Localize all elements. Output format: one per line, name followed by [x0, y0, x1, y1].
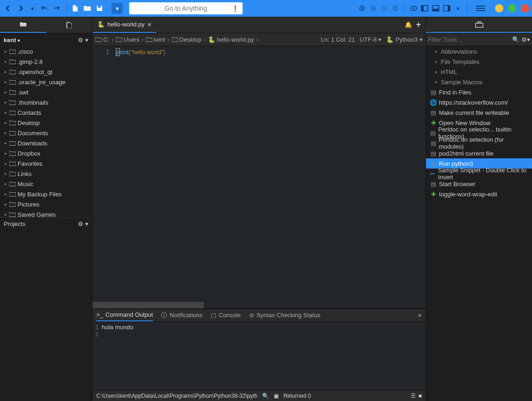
- recent-dropdown[interactable]: ▾: [27, 3, 38, 14]
- tool-group[interactable]: ▸Sample Macros: [426, 77, 532, 87]
- new-tab-button[interactable]: +: [416, 20, 421, 30]
- chevron-right-icon: ›: [142, 37, 144, 43]
- file-tree[interactable]: ▸.cisco▸.gimp-2.8▸.openshot_qt▸.oracle_j…: [0, 46, 92, 217]
- code-editor[interactable]: 1 print("hello world"): [93, 46, 426, 308]
- bottom-tab-syntax-checking-status[interactable]: ⊘Syntax Checking Status: [249, 309, 320, 321]
- close-window-button[interactable]: [521, 4, 529, 13]
- goto-anything-search[interactable]: ❗: [129, 2, 243, 14]
- toolbox-list[interactable]: ▸Abbreviations▸File Templates▸HTML▸Sampl…: [426, 46, 532, 401]
- doc-icon: ▤: [430, 140, 437, 147]
- stop-macro-button[interactable]: [368, 3, 378, 13]
- tool-item[interactable]: ▤Perldoc on selection (for modules): [426, 138, 532, 148]
- tree-folder[interactable]: ▸Documents: [0, 128, 92, 138]
- tool-item[interactable]: ▤Make current file writeable: [426, 107, 532, 118]
- breadcrumb-segment[interactable]: 🐍 hello-world.py: [208, 36, 254, 43]
- scissors-icon: ✂: [430, 170, 436, 177]
- record-macro-button[interactable]: [357, 3, 367, 13]
- tree-folder[interactable]: ▸.oracle_jre_usage: [0, 77, 92, 87]
- tree-folder[interactable]: ▸.openshot_qt: [0, 67, 92, 77]
- tree-folder[interactable]: ▸Downloads: [0, 138, 92, 148]
- new-file-button[interactable]: [70, 3, 81, 14]
- bottom-tab-command-output[interactable]: >_Command Output: [96, 309, 153, 321]
- alert-icon: ❗: [232, 5, 239, 12]
- projects-settings-button[interactable]: ⚙ ▾: [78, 220, 88, 227]
- maximize-window-button[interactable]: [508, 4, 516, 13]
- tree-folder[interactable]: ▸Favorites: [0, 158, 92, 169]
- focus-mode-button[interactable]: [408, 3, 419, 13]
- tool-item[interactable]: 🌐https://stackoverflow.com/: [426, 97, 532, 107]
- tree-folder[interactable]: ▸Links: [0, 169, 92, 179]
- close-bottom-panel-button[interactable]: ×: [418, 311, 422, 319]
- tool-group[interactable]: ▸HTML: [426, 67, 532, 77]
- tab-icon: >_: [96, 311, 103, 318]
- language-selector[interactable]: 🐍 Python3 ▾: [386, 36, 423, 43]
- play-macro-button[interactable]: [379, 3, 389, 13]
- toggle-right-pane-button[interactable]: [442, 3, 452, 13]
- doc-icon: ▤: [430, 150, 437, 157]
- puzzle-icon: ✚: [430, 119, 437, 126]
- editor-tab-hello-world[interactable]: 🐍 hello-world.py ×: [93, 17, 156, 33]
- tree-folder[interactable]: ▸Pictures: [0, 199, 92, 209]
- output-menu-icon[interactable]: ☰: [411, 393, 416, 399]
- tool-group[interactable]: ▸File Templates: [426, 56, 532, 67]
- toolbox-tab[interactable]: [426, 17, 532, 33]
- bottom-tab-notifications[interactable]: ⓘNotifications: [161, 309, 202, 321]
- files-tab[interactable]: [46, 17, 93, 33]
- doc-icon: ▤: [430, 89, 437, 96]
- toolbar-dropdown[interactable]: ▾: [112, 3, 123, 14]
- search-output-icon[interactable]: 🔍: [262, 393, 269, 399]
- tool-item[interactable]: ✚toggle-word-wrap-edit: [426, 189, 532, 199]
- terminal-icon[interactable]: ▣: [274, 393, 279, 399]
- pane-options-dropdown[interactable]: ▾: [453, 3, 463, 13]
- places-tab[interactable]: [0, 17, 46, 33]
- tree-folder[interactable]: ▸.gimp-2.8: [0, 56, 92, 67]
- breadcrumb[interactable]: C:› Users› kent› Desktop›🐍 hello-world.p…: [95, 36, 259, 43]
- save-button[interactable]: [94, 3, 105, 14]
- tree-folder[interactable]: ▸Music: [0, 179, 92, 189]
- search-icon[interactable]: 🔍: [512, 36, 519, 43]
- tree-folder[interactable]: ▸.thumbnails: [0, 97, 92, 107]
- toolbox-settings-button[interactable]: ⚙▾: [521, 36, 530, 43]
- code-content[interactable]: print("hello world"): [113, 46, 426, 308]
- main-menu-button[interactable]: [474, 3, 488, 14]
- projects-section-label[interactable]: Projects: [4, 220, 25, 227]
- toolbox-filter-input[interactable]: [428, 36, 512, 43]
- horizontal-scrollbar[interactable]: [93, 302, 204, 308]
- open-file-button[interactable]: [82, 3, 93, 14]
- breadcrumb-segment[interactable]: kent: [146, 36, 165, 43]
- folder-icon: [146, 37, 152, 42]
- save-macro-button[interactable]: [390, 3, 401, 13]
- breadcrumb-segment[interactable]: Desktop: [172, 36, 202, 43]
- back-button[interactable]: [3, 3, 14, 14]
- forward-button[interactable]: [15, 3, 26, 14]
- toggle-bottom-pane-button[interactable]: [431, 3, 441, 13]
- svg-rect-7: [394, 7, 396, 9]
- tree-folder[interactable]: ▸Desktop: [0, 118, 92, 128]
- tree-folder[interactable]: ▸Saved Games: [0, 209, 92, 217]
- breadcrumb-segment[interactable]: Users: [116, 36, 139, 43]
- command-output-body[interactable]: 12 hola mundo: [93, 322, 426, 390]
- tree-folder[interactable]: ▸Dropbox: [0, 148, 92, 158]
- goto-anything-input[interactable]: [133, 5, 239, 12]
- breadcrumb-segment[interactable]: C:: [95, 36, 109, 43]
- notifications-icon[interactable]: 🔔: [405, 21, 412, 28]
- close-tab-button[interactable]: ×: [147, 20, 151, 28]
- undo-button[interactable]: [39, 3, 50, 14]
- tree-folder[interactable]: ▸Contacts: [0, 107, 92, 118]
- tree-folder[interactable]: ▸My Backup Files: [0, 189, 92, 199]
- tree-folder[interactable]: ▸.swt: [0, 87, 92, 97]
- places-settings-button[interactable]: ⚙ ▾: [78, 37, 88, 44]
- bottom-tab-console[interactable]: ▢Console: [211, 309, 241, 321]
- encoding-selector[interactable]: UTF-8 ▾: [360, 36, 382, 43]
- redo-button[interactable]: [51, 3, 62, 14]
- minimize-window-button[interactable]: [495, 4, 503, 13]
- toggle-left-pane-button[interactable]: [419, 3, 430, 13]
- tool-group[interactable]: ▸Abbreviations: [426, 46, 532, 56]
- output-toggle-icon[interactable]: ■: [419, 393, 422, 399]
- places-user-dropdown[interactable]: kent: [4, 37, 20, 44]
- folder-icon: [116, 37, 122, 42]
- doc-icon: ▤: [430, 181, 437, 188]
- tree-folder[interactable]: ▸.cisco: [0, 46, 92, 56]
- tool-item[interactable]: ▤Find in Files: [426, 87, 532, 97]
- tool-item[interactable]: ✂Sample Snippet - Double Click to Insert: [426, 169, 532, 179]
